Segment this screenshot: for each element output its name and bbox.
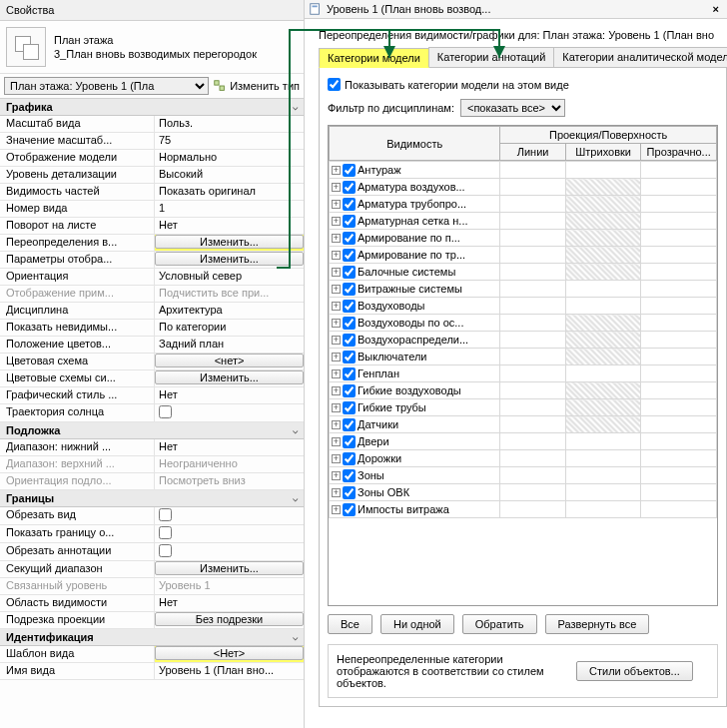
property-row[interactable]: Отображение моделиНормально (0, 150, 304, 167)
override-cell[interactable] (565, 467, 641, 484)
property-button[interactable]: Изменить... (155, 252, 304, 266)
override-cell[interactable] (641, 315, 717, 332)
category-checkbox[interactable] (343, 198, 356, 211)
col-projection[interactable]: Проекция/Поверхность (500, 127, 717, 144)
category-checkbox[interactable] (343, 469, 356, 482)
col-visibility[interactable]: Видимость (330, 127, 500, 161)
property-row[interactable]: Видимость частейПоказать оригинал (0, 184, 304, 201)
show-categories-checkbox[interactable]: Показывать категории модели на этом виде (328, 78, 718, 91)
property-row[interactable]: Уровень детализацииВысокий (0, 167, 304, 184)
override-cell[interactable] (500, 179, 566, 196)
property-row[interactable]: Ориентация подло...Посмотреть вниз (0, 473, 304, 490)
category-row[interactable]: + Генплан (330, 365, 717, 382)
category-checkbox[interactable] (343, 181, 356, 194)
property-row[interactable]: Цветовая схема<нет> (0, 354, 304, 370)
property-row[interactable]: Подрезка проекцииБез подрезки (0, 612, 304, 629)
expander-icon[interactable]: + (332, 268, 341, 277)
dialog-tab[interactable]: Категории аннотаций (428, 47, 554, 67)
property-value[interactable]: Условный север (155, 269, 304, 285)
property-row[interactable]: Поворот на листеНет (0, 218, 304, 235)
property-value[interactable]: 75 (155, 133, 304, 149)
override-cell[interactable] (500, 162, 566, 179)
override-cell[interactable] (565, 264, 641, 281)
expander-icon[interactable]: + (332, 251, 341, 260)
category-row[interactable]: + Зоны ОВК (330, 484, 717, 501)
property-button[interactable]: Без подрезки (155, 612, 304, 626)
category-row[interactable]: + Выключатели (330, 349, 717, 365)
override-cell[interactable] (500, 416, 566, 433)
property-checkbox[interactable] (159, 544, 172, 557)
override-cell[interactable] (565, 247, 641, 264)
property-value[interactable]: Нет (155, 595, 304, 611)
expander-icon[interactable]: + (332, 302, 341, 311)
override-cell[interactable] (565, 501, 641, 518)
expander-icon[interactable]: + (332, 386, 341, 395)
property-row[interactable]: Отображение прим...Подчистить все при... (0, 286, 304, 303)
property-button[interactable]: Изменить... (155, 370, 304, 384)
property-row[interactable]: Положение цветов...Задний план (0, 337, 304, 354)
override-cell[interactable] (641, 484, 717, 501)
override-cell[interactable] (641, 382, 717, 399)
override-cell[interactable] (641, 213, 717, 230)
override-cell[interactable] (500, 399, 566, 416)
category-row[interactable]: + Гибкие трубы (330, 399, 717, 416)
category-row[interactable]: + Балочные системы (330, 264, 717, 281)
tab-close-button[interactable]: × (709, 3, 723, 15)
override-cell[interactable] (500, 433, 566, 450)
col-lines[interactable]: Линии (500, 144, 566, 161)
property-button[interactable]: <нет> (155, 354, 304, 367)
override-cell[interactable] (500, 213, 566, 230)
override-cell[interactable] (565, 179, 641, 196)
property-row[interactable]: Номер вида1 (0, 201, 304, 218)
property-value[interactable] (155, 543, 304, 560)
category-row[interactable]: + Витражные системы (330, 281, 717, 298)
override-cell[interactable] (565, 281, 641, 298)
override-cell[interactable] (565, 213, 641, 230)
expander-icon[interactable]: + (332, 353, 341, 362)
property-row[interactable]: Переопределения в...Изменить... (0, 235, 304, 252)
property-value[interactable]: Нет (155, 387, 304, 403)
expander-icon[interactable]: + (332, 336, 341, 345)
property-row[interactable]: ОриентацияУсловный север (0, 269, 304, 286)
category-checkbox[interactable] (343, 232, 356, 245)
property-row[interactable]: Цветовые схемы си...Изменить... (0, 370, 304, 387)
col-transparency[interactable]: Прозрачно... (641, 144, 717, 161)
property-row[interactable]: Область видимостиНет (0, 595, 304, 612)
expander-icon[interactable]: + (332, 471, 341, 480)
expander-icon[interactable]: + (332, 403, 341, 412)
property-value[interactable]: Изменить... (155, 561, 304, 577)
override-cell[interactable] (500, 230, 566, 247)
override-cell[interactable] (641, 501, 717, 518)
override-cell[interactable] (565, 315, 641, 332)
override-cell[interactable] (565, 365, 641, 382)
category-checkbox[interactable] (343, 249, 356, 262)
expander-icon[interactable]: + (332, 437, 341, 446)
property-value[interactable]: Подчистить все при... (155, 286, 304, 302)
override-cell[interactable] (641, 399, 717, 416)
category-checkbox[interactable] (343, 503, 356, 516)
category-row[interactable]: + Воздуховоды (330, 298, 717, 315)
category-row[interactable]: + Антураж (330, 162, 717, 179)
property-value[interactable]: Уровень 1 (155, 578, 304, 594)
override-cell[interactable] (641, 196, 717, 213)
property-value[interactable]: Нормально (155, 150, 304, 166)
expander-icon[interactable]: + (332, 285, 341, 294)
category-checkbox[interactable] (343, 300, 356, 313)
category-row[interactable]: + Арматура воздухов... (330, 179, 717, 196)
override-cell[interactable] (500, 349, 566, 365)
category-checkbox[interactable] (343, 283, 356, 296)
category-checkbox[interactable] (343, 266, 356, 279)
override-cell[interactable] (565, 349, 641, 365)
expander-icon[interactable]: + (332, 217, 341, 226)
property-value[interactable]: Нет (155, 439, 304, 455)
category-row[interactable]: + Дорожки (330, 450, 717, 467)
dialog-tab[interactable]: Категории аналитической модели (553, 47, 727, 67)
property-row[interactable]: Показать невидимы...По категории (0, 320, 304, 337)
category-row[interactable]: + Воздуховоды по ос... (330, 315, 717, 332)
property-row[interactable]: Обрезать аннотации (0, 543, 304, 561)
override-cell[interactable] (641, 264, 717, 281)
property-value[interactable] (155, 404, 304, 421)
property-button[interactable]: <Нет> (155, 646, 304, 660)
expand-all-button[interactable]: Развернуть все (545, 614, 650, 634)
category-checkbox[interactable] (343, 367, 356, 380)
